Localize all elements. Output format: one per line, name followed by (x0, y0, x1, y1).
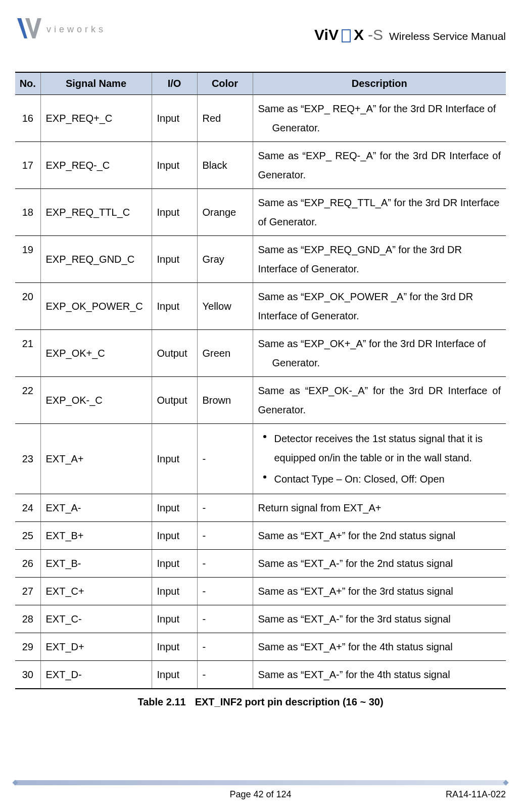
cell-no: 25 (15, 522, 40, 550)
cell-no: 29 (15, 633, 40, 661)
cell-description: Same as “EXP_ REQ+_A” for the 3rd DR Int… (253, 95, 506, 142)
cell-signal-name: EXP_REQ+_C (40, 95, 152, 142)
col-header-no: No. (15, 72, 40, 95)
cell-color: - (197, 522, 253, 550)
table-caption: Table 2.11EXT_INF2 port pin description … (15, 696, 506, 708)
vieworks-logo: vieworks (15, 15, 106, 43)
cell-io: Input (152, 578, 197, 605)
cell-color: Yellow (197, 283, 253, 330)
manual-title: Wireless Service Manual (389, 30, 506, 43)
cell-io: Output (152, 330, 197, 377)
cell-color: - (197, 578, 253, 605)
cell-signal-name: EXT_B+ (40, 522, 152, 550)
page-header: vieworks ViV X -S Wireless Service Manua… (15, 15, 506, 46)
cell-description: Same as “EXP_OK_POWER _A” for the 3rd DR… (253, 283, 506, 330)
cell-no: 21 (15, 330, 40, 377)
cell-io: Input (152, 283, 197, 330)
cell-description: Same as “EXT_A-” for the 4th status sign… (253, 661, 506, 689)
table-row: 26EXT_B-Input-Same as “EXT_A-” for the 2… (15, 550, 506, 578)
cell-signal-name: EXT_A- (40, 494, 152, 522)
cell-io: Input (152, 236, 197, 283)
cell-no: 19 (15, 236, 40, 283)
cell-color: Green (197, 330, 253, 377)
cell-no: 24 (15, 494, 40, 522)
pin-description-table: No. Signal Name I/O Color Description 16… (15, 72, 506, 689)
col-header-io: I/O (152, 72, 197, 95)
cell-color: - (197, 605, 253, 633)
cell-description: Detector receives the 1st status signal … (253, 424, 506, 494)
cell-signal-name: EXT_D- (40, 661, 152, 689)
cell-signal-name: EXT_D+ (40, 633, 152, 661)
cell-io: Input (152, 142, 197, 189)
table-row: 21EXP_OK+_COutputGreenSame as “EXP_OK+_A… (15, 330, 506, 377)
cell-color: Gray (197, 236, 253, 283)
cell-signal-name: EXP_REQ_GND_C (40, 236, 152, 283)
caption-label: Table 2.11 (137, 696, 185, 707)
cell-color: Black (197, 142, 253, 189)
cell-io: Input (152, 189, 197, 236)
page-footer: Page 42 of 124 RA14-11A-022 (15, 780, 506, 800)
table-row: 28EXT_C-Input-Same as “EXT_A-” for the 3… (15, 605, 506, 633)
cell-no: 17 (15, 142, 40, 189)
cell-description: Same as “EXP_REQ_GND_A” for the 3rd DR I… (253, 236, 506, 283)
vieworks-wordmark: vieworks (46, 24, 106, 35)
description-text-indent: Generator. (258, 353, 501, 372)
cell-signal-name: EXP_REQ_TTL_C (40, 189, 152, 236)
vivix-logo-text-right: X (354, 26, 364, 43)
table-row: 27EXT_C+Input-Same as “EXT_A+” for the 3… (15, 578, 506, 605)
cell-signal-name: EXT_A+ (40, 424, 152, 494)
cell-signal-name: EXT_C+ (40, 578, 152, 605)
cell-description: Same as “EXP_OK+_A” for the 3rd DR Inter… (253, 330, 506, 377)
table-row: 25EXT_B+Input-Same as “EXT_A+” for the 2… (15, 522, 506, 550)
cell-signal-name: EXP_OK+_C (40, 330, 152, 377)
table-row: 29EXT_D+Input-Same as “EXT_A+” for the 4… (15, 633, 506, 661)
cell-io: Input (152, 494, 197, 522)
cell-io: Input (152, 550, 197, 578)
vivix-s-logo: ViV X -S (314, 26, 383, 43)
cell-color: - (197, 550, 253, 578)
description-text: Same as “EXP_ REQ+_A” for the 3rd DR Int… (258, 103, 496, 114)
description-text: Same as “EXP_OK+_A” for the 3rd DR Inter… (258, 338, 486, 349)
cell-description: Same as “EXT_A+” for the 2nd status sign… (253, 522, 506, 550)
table-row: 17EXP_REQ-_CInputBlackSame as “EXP_ REQ-… (15, 142, 506, 189)
cell-io: Output (152, 377, 197, 424)
vivix-logo-suffix: -S (368, 26, 383, 43)
cell-description: Same as “EXT_A+” for the 3rd status sign… (253, 578, 506, 605)
cell-description: Same as “EXP_OK-_A” for the 3rd DR Inter… (253, 377, 506, 424)
description-bullet: Contact Type – On: Closed, Off: Open (272, 468, 501, 490)
cell-io: Input (152, 424, 197, 494)
table-row: 22EXP_OK-_COutputBrownSame as “EXP_OK-_A… (15, 377, 506, 424)
cell-no: 27 (15, 578, 40, 605)
cell-no: 23 (15, 424, 40, 494)
cell-no: 22 (15, 377, 40, 424)
cell-signal-name: EXT_B- (40, 550, 152, 578)
cell-color: - (197, 424, 253, 494)
cell-description: Same as “EXT_A-” for the 2nd status sign… (253, 550, 506, 578)
cell-description: Return signal from EXT_A+ (253, 494, 506, 522)
cell-no: 16 (15, 95, 40, 142)
cell-io: Input (152, 633, 197, 661)
cell-color: - (197, 661, 253, 689)
footer-page-number: Page 42 of 124 (15, 789, 506, 800)
col-header-color: Color (197, 72, 253, 95)
cell-no: 30 (15, 661, 40, 689)
vieworks-logo-mark-icon (15, 15, 43, 43)
cell-no: 18 (15, 189, 40, 236)
cell-signal-name: EXP_OK_POWER_C (40, 283, 152, 330)
cell-no: 28 (15, 605, 40, 633)
cell-color: Brown (197, 377, 253, 424)
cell-io: Input (152, 522, 197, 550)
table-row: 20EXP_OK_POWER_CInputYellowSame as “EXP_… (15, 283, 506, 330)
cell-description: Same as “EXP_REQ_TTL_A” for the 3rd DR I… (253, 189, 506, 236)
cell-color: - (197, 633, 253, 661)
cell-description: Same as “EXT_A-” for the 3rd status sign… (253, 605, 506, 633)
col-header-signal-name: Signal Name (40, 72, 152, 95)
description-bullet: Detector receives the 1st status signal … (272, 428, 501, 468)
vivix-logo-text-left: ViV (314, 26, 339, 43)
cell-signal-name: EXP_OK-_C (40, 377, 152, 424)
cell-description: Same as “EXT_A+” for the 4th status sign… (253, 633, 506, 661)
table-row: 23EXT_A+Input-Detector receives the 1st … (15, 424, 506, 494)
col-header-description: Description (253, 72, 506, 95)
cell-color: Orange (197, 189, 253, 236)
cell-no: 26 (15, 550, 40, 578)
